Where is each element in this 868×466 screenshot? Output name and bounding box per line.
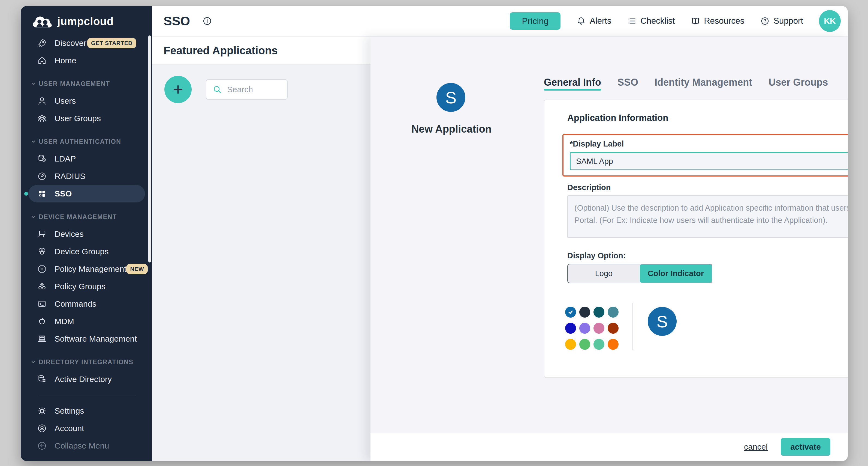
sidebar-scrollbar[interactable] <box>148 35 151 262</box>
checklist-icon <box>627 16 637 26</box>
sidebar-item-label: MDM <box>55 317 74 326</box>
check-icon <box>567 309 574 315</box>
sidebar-item-devices[interactable]: Devices <box>21 225 152 243</box>
info-icon[interactable] <box>202 16 212 26</box>
tab-identity-management[interactable]: Identity Management <box>655 77 752 88</box>
section-title: USER AUTHENTICATION <box>39 138 121 145</box>
user-icon <box>37 96 47 106</box>
jumpcloud-logo[interactable]: jumpcloud <box>21 13 152 29</box>
color-swatch[interactable] <box>593 323 604 334</box>
color-swatch[interactable] <box>608 307 619 318</box>
display-label-input[interactable] <box>570 152 848 170</box>
sidebar-item-label: Policy Management <box>55 264 126 274</box>
sidebar-item-radius[interactable]: RADIUS <box>21 168 152 185</box>
sidebar-item-commands[interactable]: Commands <box>21 295 152 313</box>
topbar-right: Pricing Alerts <box>510 10 841 32</box>
search-icon <box>212 85 222 94</box>
sidebar-item-policy-management[interactable]: Policy Management NEW <box>21 260 152 278</box>
dialog-tabs: General Info SSO Identity Management Use… <box>544 77 828 88</box>
sidebar-item-account[interactable]: Account <box>21 419 152 437</box>
sidebar-item-label: Settings <box>55 406 84 415</box>
tab-user-groups[interactable]: User Groups <box>769 77 828 88</box>
main-area: SSO Pricing Alerts <box>152 6 848 461</box>
display-label-label: *Display Label <box>570 139 624 148</box>
app-window: jumpcloud Discover GET STARTED <box>21 6 848 461</box>
bell-icon <box>576 16 586 26</box>
sidebar-item-mdm[interactable]: MDM <box>21 313 152 330</box>
sidebar-item-label: Users <box>55 96 76 106</box>
display-label-highlight-box: *Display Label <box>562 134 848 177</box>
logo-option[interactable]: Logo <box>568 264 640 283</box>
chevron-down-icon <box>31 81 36 86</box>
policy-group-icon <box>37 282 47 291</box>
section-device-management[interactable]: DEVICE MANAGEMENT <box>21 208 152 225</box>
color-swatch[interactable] <box>593 339 604 350</box>
home-icon <box>37 56 47 65</box>
sidebar-item-collapse-menu[interactable]: Collapse Menu <box>21 437 152 455</box>
sidebar-item-settings[interactable]: Settings <box>21 402 152 419</box>
sidebar-item-active-directory[interactable]: Active Directory <box>21 371 152 388</box>
sidebar-item-software-management[interactable]: Software Management <box>21 330 152 348</box>
add-application-button[interactable] <box>164 76 192 103</box>
tab-label: General Info <box>544 77 601 88</box>
color-swatch-selected[interactable] <box>565 307 576 318</box>
dialog-footer: cancel activate <box>370 433 848 461</box>
description-textarea[interactable] <box>567 195 848 238</box>
checklist-label: Checklist <box>640 16 675 26</box>
sidebar-item-home[interactable]: Home <box>21 52 152 69</box>
sidebar-item-label: Device Groups <box>55 247 108 256</box>
cancel-button[interactable]: cancel <box>744 442 768 452</box>
search-input[interactable] <box>226 85 276 94</box>
app-grid-icon <box>37 189 47 199</box>
active-directory-icon <box>37 374 47 384</box>
section-title: DEVICE MANAGEMENT <box>39 213 117 221</box>
application-information-card: Application Information *Display Label D… <box>544 99 848 378</box>
color-swatch[interactable] <box>565 323 576 334</box>
jumpcloud-cloud-icon <box>32 14 54 28</box>
tab-label: SSO <box>617 77 638 88</box>
activate-button[interactable]: activate <box>781 438 830 456</box>
color-swatch[interactable] <box>579 307 590 318</box>
sidebar-item-discover[interactable]: Discover GET STARTED <box>21 34 152 52</box>
sidebar-item-users[interactable]: Users <box>21 92 152 110</box>
support-button[interactable]: Support <box>760 16 803 26</box>
sidebar-item-label: RADIUS <box>55 172 85 181</box>
sidebar-item-label: Devices <box>55 229 84 239</box>
resources-label: Resources <box>704 16 744 26</box>
color-swatch[interactable] <box>565 339 576 350</box>
plus-icon <box>172 83 184 96</box>
color-swatch[interactable] <box>593 307 604 318</box>
section-directory-integrations[interactable]: DIRECTORY INTEGRATIONS <box>21 354 152 371</box>
support-label: Support <box>773 16 803 26</box>
sidebar-item-ldap[interactable]: LDAP <box>21 150 152 168</box>
account-icon <box>37 424 47 433</box>
color-swatch[interactable] <box>579 323 590 334</box>
sidebar-item-device-groups[interactable]: Device Groups <box>21 243 152 260</box>
color-swatch[interactable] <box>608 339 619 350</box>
sidebar-item-sso[interactable]: SSO <box>28 185 145 202</box>
color-indicator-option[interactable]: Color Indicator <box>640 264 712 283</box>
sidebar-item-policy-groups[interactable]: Policy Groups <box>21 278 152 295</box>
color-swatch[interactable] <box>608 323 619 334</box>
display-option-label: Display Option: <box>567 251 626 260</box>
topbar: SSO Pricing Alerts <box>152 6 848 36</box>
terminal-icon <box>37 299 47 309</box>
help-icon <box>760 16 770 26</box>
checklist-button[interactable]: Checklist <box>627 16 675 26</box>
pricing-button[interactable]: Pricing <box>510 12 560 30</box>
resources-button[interactable]: Resources <box>690 16 744 26</box>
chevron-down-icon <box>31 214 36 220</box>
user-avatar[interactable]: KK <box>819 10 841 32</box>
section-user-management[interactable]: USER MANAGEMENT <box>21 75 152 92</box>
sidebar: jumpcloud Discover GET STARTED <box>21 6 152 461</box>
section-user-authentication[interactable]: USER AUTHENTICATION <box>21 133 152 150</box>
sidebar-item-label: Collapse Menu <box>55 441 109 450</box>
database-clock-icon <box>37 154 47 164</box>
sidebar-item-user-groups[interactable]: User Groups <box>21 110 152 127</box>
tab-sso[interactable]: SSO <box>617 77 638 88</box>
color-swatch[interactable] <box>579 339 590 350</box>
tab-label: User Groups <box>769 77 828 88</box>
tab-general-info[interactable]: General Info <box>544 77 601 88</box>
color-swatch-grid <box>565 307 619 350</box>
alerts-button[interactable]: Alerts <box>576 16 611 26</box>
